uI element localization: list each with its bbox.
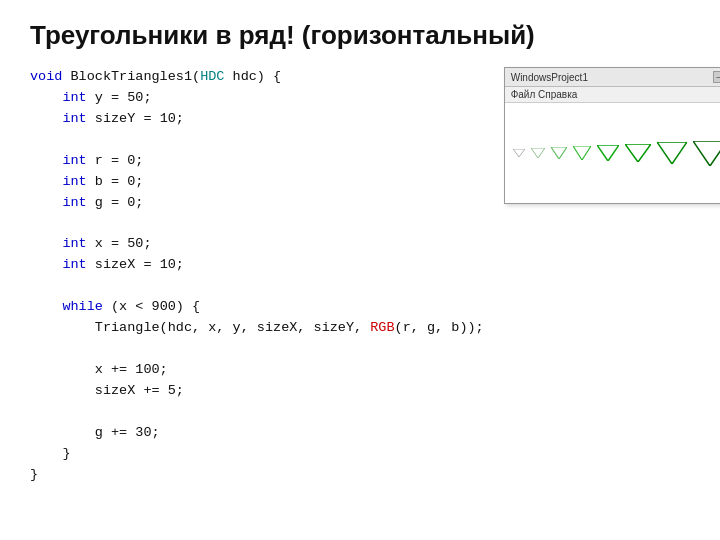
- code-line-15: x += 100;: [30, 360, 484, 381]
- triangle-3: [551, 147, 567, 159]
- kw-void: void: [30, 69, 62, 84]
- code-line-19: }: [30, 444, 484, 465]
- triangle-5: [597, 145, 619, 161]
- code-line-6: int b = 0;: [30, 172, 484, 193]
- svg-marker-0: [513, 149, 525, 157]
- preview-menu: Файл Справка: [505, 87, 720, 103]
- content-area: void BlockTriangles1(HDC hdc) { int y = …: [30, 67, 690, 485]
- code-line-14: [30, 339, 484, 360]
- code-block: void BlockTriangles1(HDC hdc) { int y = …: [30, 67, 484, 485]
- kw-int-2: int: [62, 111, 86, 126]
- preview-titlebar: WindowsProject1 − □ ×: [505, 68, 720, 87]
- triangle-2: [531, 148, 545, 158]
- kw-int-1: int: [62, 90, 86, 105]
- code-line-1: void BlockTriangles1(HDC hdc) {: [30, 67, 484, 88]
- svg-marker-2: [551, 147, 567, 159]
- code-line-10: int sizeX = 10;: [30, 255, 484, 276]
- triangle-4: [573, 146, 591, 160]
- code-line-16: sizeX += 5;: [30, 381, 484, 402]
- code-line-17: [30, 402, 484, 423]
- page-title: Треугольники в ряд! (горизонтальный): [30, 20, 690, 51]
- kw-int-7: int: [62, 257, 86, 272]
- code-line-12: while (x < 900) {: [30, 297, 484, 318]
- code-line-5: int r = 0;: [30, 151, 484, 172]
- kw-int-4: int: [62, 174, 86, 189]
- svg-marker-1: [531, 148, 545, 158]
- code-line-3: int sizeY = 10;: [30, 109, 484, 130]
- kw-int-6: int: [62, 236, 86, 251]
- svg-marker-6: [657, 142, 687, 164]
- type-hdc: HDC: [200, 69, 224, 84]
- code-line-9: int x = 50;: [30, 234, 484, 255]
- triangle-6: [625, 144, 651, 162]
- kw-while: while: [62, 299, 103, 314]
- code-line-8: [30, 213, 484, 234]
- triangle-8: [693, 141, 720, 166]
- code-line-11: [30, 276, 484, 297]
- kw-int-5: int: [62, 195, 86, 210]
- svg-marker-5: [625, 144, 651, 162]
- svg-marker-7: [693, 141, 720, 166]
- svg-marker-4: [597, 145, 619, 161]
- preview-title: WindowsProject1: [511, 72, 588, 83]
- kw-int-3: int: [62, 153, 86, 168]
- rgb-fn: RGB: [370, 320, 394, 335]
- triangle-1: [513, 149, 525, 157]
- code-line-7: int g = 0;: [30, 193, 484, 214]
- preview-window-controls: − □ ×: [713, 71, 720, 83]
- code-line-18: g += 30;: [30, 423, 484, 444]
- code-line-13: Triangle(hdc, x, y, sizeX, sizeY, RGB(r,…: [30, 318, 484, 339]
- code-line-2: int y = 50;: [30, 88, 484, 109]
- minimize-button[interactable]: −: [713, 71, 720, 83]
- code-line-20: }: [30, 465, 484, 486]
- preview-canvas: [505, 103, 720, 203]
- triangle-7: [657, 142, 687, 164]
- preview-window: WindowsProject1 − □ × Файл Справка: [504, 67, 720, 204]
- svg-marker-3: [573, 146, 591, 160]
- code-line-4: [30, 130, 484, 151]
- page: Треугольники в ряд! (горизонтальный) voi…: [0, 0, 720, 505]
